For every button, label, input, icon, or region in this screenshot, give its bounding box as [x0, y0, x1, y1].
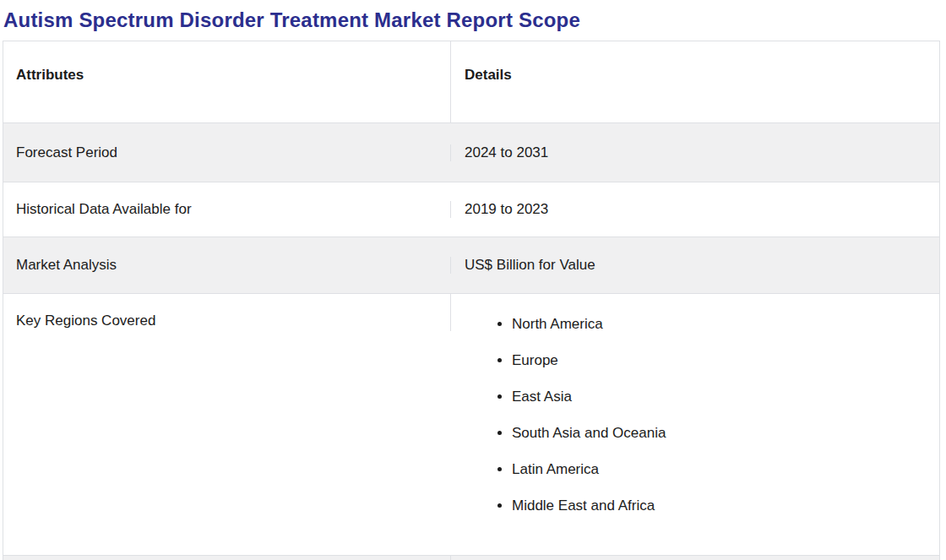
attribute-cell: Key Regions Covered: [3, 294, 451, 331]
region-list: North America Europe East Asia South Asi…: [465, 314, 931, 516]
table-row: Forecast Period 2024 to 2031: [3, 123, 939, 182]
partial-next-row: [3, 556, 939, 560]
header-details-cell: Details: [451, 41, 939, 122]
page-title: Autism Spectrum Disorder Treatment Marke…: [3, 7, 946, 34]
detail-cell: 2024 to 2031: [451, 144, 939, 161]
table-row: Market Analysis US$ Billion for Value: [3, 237, 939, 294]
region-list-item: South Asia and Oceania: [512, 423, 931, 443]
region-list-item: North America: [512, 314, 931, 334]
table-row: Historical Data Available for 2019 to 20…: [3, 182, 939, 237]
attribute-cell: Historical Data Available for: [3, 201, 451, 218]
region-list-item: Middle East and Africa: [512, 496, 931, 516]
attribute-cell: [3, 556, 451, 560]
table-row: Key Regions Covered North America Europe…: [3, 294, 939, 556]
attribute-cell: Market Analysis: [3, 257, 451, 274]
attribute-cell: Forecast Period: [3, 144, 451, 161]
detail-cell: [451, 556, 939, 560]
detail-cell: US$ Billion for Value: [451, 257, 939, 274]
region-list-item: East Asia: [512, 387, 931, 407]
page: Autism Spectrum Disorder Treatment Marke…: [0, 0, 946, 560]
region-list-item: Europe: [512, 351, 931, 371]
header-attributes-cell: Attributes: [3, 41, 451, 122]
detail-cell: 2019 to 2023: [451, 201, 939, 218]
region-list-item: Latin America: [512, 459, 931, 480]
detail-cell: North America Europe East Asia South Asi…: [451, 294, 939, 532]
report-scope-table: Attributes Details Forecast Period 2024 …: [3, 41, 940, 560]
table-header-row: Attributes Details: [3, 41, 939, 123]
